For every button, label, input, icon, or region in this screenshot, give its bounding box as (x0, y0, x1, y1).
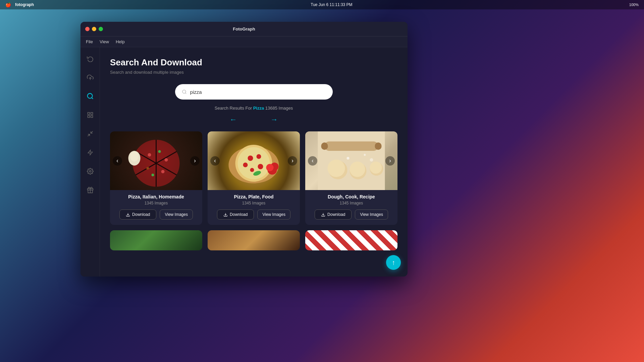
search-box (175, 84, 333, 100)
card-3-actions: Download View Images (311, 209, 392, 220)
svg-point-35 (250, 168, 254, 172)
svg-point-31 (248, 156, 253, 161)
svg-point-34 (258, 164, 263, 169)
sidebar-item-gift[interactable] (86, 185, 95, 195)
menu-help[interactable]: Help (116, 39, 125, 44)
apple-logo-icon: 🍎 (5, 2, 11, 7)
svg-point-38 (266, 164, 274, 171)
close-button[interactable] (85, 27, 90, 31)
card-1-view-button[interactable]: View Images (160, 209, 193, 220)
image-grid-row2 (110, 230, 397, 250)
svg-point-53 (370, 158, 373, 162)
card-3-download-button[interactable]: Download (315, 209, 352, 220)
window-title: FotoGraph (233, 26, 255, 32)
download-icon (223, 213, 228, 217)
svg-point-13 (182, 90, 185, 93)
card-2-title: Pizza, Plate, Food (213, 194, 294, 199)
card-3-view-button[interactable]: View Images (355, 209, 388, 220)
svg-point-51 (347, 157, 350, 160)
card-image-5 (208, 230, 300, 250)
svg-rect-43 (321, 142, 328, 150)
sidebar-item-grid[interactable] (86, 110, 95, 120)
card-3-body: Dough, Cook, Recipe 1345 Images Download (305, 190, 397, 225)
download-icon (321, 213, 325, 217)
sidebar-item-settings[interactable] (86, 167, 95, 176)
svg-point-10 (89, 171, 91, 172)
card-2-view-button[interactable]: View Images (257, 209, 290, 220)
svg-point-21 (165, 158, 168, 162)
menu-view[interactable]: View (100, 39, 109, 44)
card-3-next-button[interactable]: › (385, 156, 395, 166)
svg-rect-42 (325, 141, 378, 151)
svg-line-2 (92, 98, 93, 99)
image-card-2: ‹ › Pizza, Plate, Food 1345 Images (208, 131, 300, 225)
card-image-1: ‹ › (110, 131, 202, 190)
sidebar-item-upload[interactable] (86, 73, 95, 82)
results-info: Search Results For Pizza 13685 Images (110, 106, 397, 111)
topbar-time: Tue Jun 6 11:11:33 PM (311, 2, 352, 7)
minimize-button[interactable] (92, 27, 96, 31)
svg-rect-5 (88, 116, 90, 118)
card-3-count: 1345 Images (311, 201, 392, 205)
sidebar-item-search[interactable] (86, 92, 95, 101)
menu-file[interactable]: File (86, 39, 93, 44)
prev-page-button[interactable]: ← (230, 115, 237, 124)
card-1-next-button[interactable]: › (190, 156, 200, 166)
search-input[interactable] (190, 89, 326, 95)
main-layout: Search And Download Search and download … (80, 47, 408, 277)
card-image-3: ‹ › (305, 131, 397, 190)
card-3-title: Dough, Cook, Recipe (311, 194, 392, 199)
image-card-5 (208, 230, 300, 250)
svg-point-26 (130, 152, 139, 162)
title-bar: FotoGraph (80, 22, 408, 37)
search-icon (182, 89, 187, 95)
svg-marker-9 (88, 150, 93, 155)
scroll-top-button[interactable]: ↑ (386, 255, 401, 270)
card-1-download-button[interactable]: Download (119, 209, 156, 220)
card-1-body: Pizza, Italian, Homemade 1345 Images Dow… (110, 190, 202, 225)
page-subtitle: Search and download multiple images (110, 70, 397, 75)
svg-line-8 (91, 131, 93, 133)
sidebar-item-lightning[interactable] (86, 148, 95, 157)
image-grid: ‹ › Pizza, Italian, Homemade 1345 Images (110, 131, 397, 225)
svg-point-33 (243, 163, 248, 167)
app-window: FotoGraph File View Help (80, 22, 408, 277)
sidebar-item-recycle[interactable] (86, 54, 95, 63)
content-area: Search And Download Search and download … (100, 47, 408, 277)
svg-point-52 (364, 154, 366, 156)
card-1-prev-button[interactable]: ‹ (113, 156, 122, 166)
svg-point-24 (152, 174, 154, 176)
svg-point-20 (158, 150, 161, 153)
menu-bar: File View Help (80, 37, 408, 47)
card-2-body: Pizza, Plate, Food 1345 Images Download (208, 190, 300, 225)
image-card-4 (110, 230, 202, 250)
svg-point-46 (328, 160, 345, 177)
card-1-title: Pizza, Italian, Homemade (115, 194, 197, 199)
card-image-6 (305, 230, 397, 250)
sidebar (80, 47, 100, 277)
svg-rect-6 (91, 116, 93, 118)
svg-line-7 (88, 134, 90, 136)
card-image-4 (110, 230, 202, 250)
svg-point-22 (147, 167, 149, 170)
svg-point-19 (148, 153, 151, 157)
svg-point-1 (87, 94, 92, 99)
image-card-3: ‹ › Dough, Cook, Recipe 1345 Images (305, 131, 397, 225)
image-card-1: ‹ › Pizza, Italian, Homemade 1345 Images (110, 131, 202, 225)
card-2-prev-button[interactable]: ‹ (210, 156, 220, 166)
svg-rect-41 (318, 131, 385, 190)
svg-point-50 (370, 162, 382, 174)
card-1-actions: Download View Images (115, 209, 197, 220)
card-2-download-button[interactable]: Download (217, 209, 254, 220)
card-2-next-button[interactable]: › (288, 156, 297, 166)
topbar-app-name: fotograph (15, 2, 34, 7)
svg-point-23 (161, 170, 165, 173)
svg-point-32 (257, 154, 261, 159)
next-page-button[interactable]: → (271, 115, 278, 124)
sidebar-item-shrink[interactable] (86, 129, 95, 138)
card-2-count: 1345 Images (213, 201, 294, 205)
page-title: Search And Download (110, 57, 397, 68)
search-query-label: Pizza (253, 106, 264, 111)
maximize-button[interactable] (99, 27, 103, 31)
card-3-prev-button[interactable]: ‹ (308, 156, 317, 166)
